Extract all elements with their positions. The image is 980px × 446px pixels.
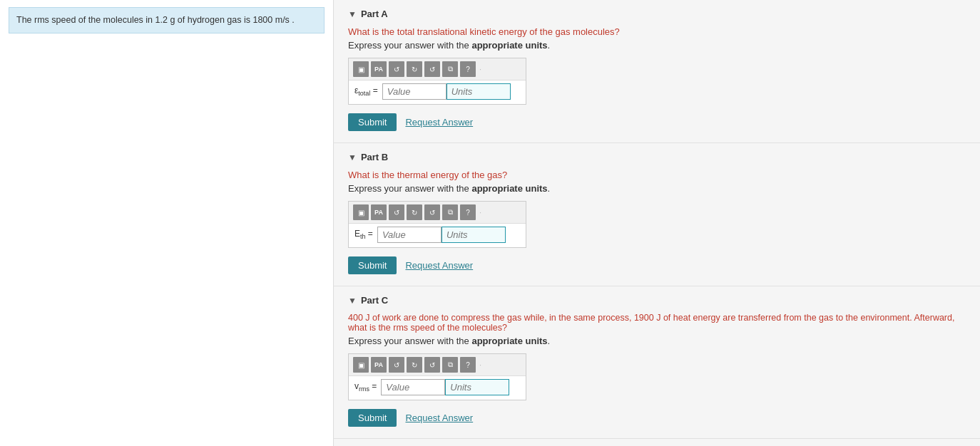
part-b-submit-button[interactable]: Submit [348,256,397,274]
part-b-action-row: Submit Request Answer [348,256,966,274]
part-a-request-answer-link[interactable]: Request Answer [405,117,473,128]
part-b-title: Part B [361,152,388,162]
part-b-toolbar-undo-icon[interactable]: ↺ [389,204,404,220]
part-b-question: What is the thermal energy of the gas? [348,170,966,180]
part-a-input-row: εtotal = [349,81,526,104]
part-c-toolbar-pa-icon[interactable]: PA [371,357,387,373]
part-a-toolbar-sep: · [478,65,483,73]
part-a-toolbar-help-icon[interactable]: ? [460,61,476,77]
part-b-units-input[interactable] [441,227,506,243]
part-b-toolbar-help-icon[interactable]: ? [460,204,476,220]
part-c-instruction: Express your answer with the appropriate… [348,336,966,346]
part-a-toolbar-grid-icon[interactable]: ▣ [353,61,369,77]
part-a-question: What is the total translational kinetic … [348,26,966,37]
part-c-toolbar: ▣ PA ↺ ↻ ↺ ⧉ ? · [349,354,526,376]
part-a-toolbar-pa-icon[interactable]: PA [371,61,387,77]
part-c-units-input[interactable] [445,379,509,395]
part-a-toolbar-copy-icon[interactable]: ⧉ [442,61,458,77]
part-a-action-row: Submit Request Answer [348,113,966,131]
part-c-toolbar-help-icon[interactable]: ? [460,357,476,373]
part-c-value-input[interactable] [381,379,445,395]
part-b-collapse-arrow[interactable]: ▼ [348,152,357,162]
part-a-toolbar-refresh-icon[interactable]: ↺ [424,61,440,77]
part-a-toolbar: ▣ PA ↺ ↻ ↺ ⧉ ? · [349,58,526,81]
part-a-value-input[interactable] [382,83,446,100]
given-text: The rms speed of the molecules in 1.2 g … [16,15,295,25]
part-b-toolbar-refresh-icon[interactable]: ↺ [424,204,440,220]
part-c-toolbar-redo-icon[interactable]: ↻ [407,357,422,373]
part-a-input-area: ▣ PA ↺ ↻ ↺ ⧉ ? · εtotal = [348,58,526,105]
part-c-toolbar-undo-icon[interactable]: ↺ [389,357,404,373]
part-b-request-answer-link[interactable]: Request Answer [405,260,473,271]
part-b-toolbar-redo-icon[interactable]: ↻ [407,204,422,220]
part-a-header: ▼ Part A [348,9,966,19]
part-b-toolbar-copy-icon[interactable]: ⧉ [442,204,458,220]
part-c-request-answer-link[interactable]: Request Answer [405,413,473,423]
part-c-title: Part C [361,295,388,306]
part-a-units-input[interactable] [446,83,511,100]
part-a-title: Part A [361,9,388,19]
part-a-collapse-arrow[interactable]: ▼ [348,9,357,19]
part-c-collapse-arrow[interactable]: ▼ [348,296,357,306]
part-c-toolbar-sep: · [478,361,483,369]
part-b-header: ▼ Part B [348,152,966,162]
part-b-toolbar: ▣ PA ↺ ↻ ↺ ⧉ ? · [349,202,526,224]
left-panel: The rms speed of the molecules in 1.2 g … [0,0,334,446]
part-c-label: vrms = [354,381,377,393]
part-c-section: ▼ Part C 400 J of work are done to compr… [334,286,980,439]
part-c-action-row: Submit Request Answer [348,409,966,427]
part-b-toolbar-sep: · [478,208,483,217]
part-a-submit-button[interactable]: Submit [348,113,397,131]
part-b-toolbar-pa-icon[interactable]: PA [371,204,387,220]
part-c-input-row: vrms = [349,376,526,400]
part-a-toolbar-redo-icon[interactable]: ↻ [407,61,422,77]
part-c-header: ▼ Part C [348,295,966,306]
part-b-instruction: Express your answer with the appropriate… [348,183,966,194]
part-a-toolbar-undo-icon[interactable]: ↺ [389,61,404,77]
part-b-label: Eth = [354,229,373,240]
part-b-input-row: Eth = [349,224,526,247]
part-c-toolbar-copy-icon[interactable]: ⧉ [442,357,458,373]
part-c-submit-button[interactable]: Submit [348,409,397,427]
part-b-input-area: ▣ PA ↺ ↻ ↺ ⧉ ? · Eth = [348,201,526,248]
part-c-input-area: ▣ PA ↺ ↻ ↺ ⧉ ? · vrms = [348,353,526,400]
part-b-section: ▼ Part B What is the thermal energy of t… [334,143,980,286]
part-c-toolbar-grid-icon[interactable]: ▣ [353,357,369,373]
right-panel: ▼ Part A What is the total translational… [334,0,980,446]
part-b-value-input[interactable] [377,227,441,243]
part-b-toolbar-grid-icon[interactable]: ▣ [353,204,369,220]
part-a-instruction: Express your answer with the appropriate… [348,40,966,51]
part-c-toolbar-refresh-icon[interactable]: ↺ [424,357,440,373]
part-a-section: ▼ Part A What is the total translational… [334,0,980,143]
given-info-box: The rms speed of the molecules in 1.2 g … [9,7,325,33]
part-c-question: 400 J of work are done to compress the g… [348,313,966,333]
part-a-label: εtotal = [354,85,378,97]
